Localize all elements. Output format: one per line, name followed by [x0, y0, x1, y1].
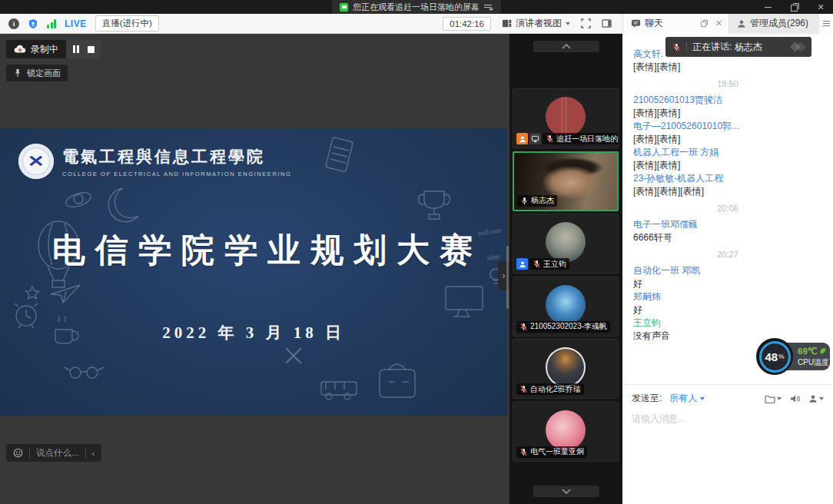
participant-name: 王立钧	[543, 259, 566, 270]
participant-name: 自动化2班乔瑞	[530, 384, 581, 395]
participant-name-strip: 电气一班童亚炯	[516, 446, 587, 458]
now-speaking-toast: 正在讲话: 杨志杰	[665, 37, 811, 57]
chat-sender-name: 210052601013贾骏洁	[633, 94, 822, 107]
stream-status-badge[interactable]: 直播(进行中)	[95, 15, 159, 32]
participant-avatar	[546, 97, 586, 137]
tab-manage-members[interactable]: 管理成员(296)	[728, 14, 819, 34]
slide-date: 2022 年 3 月 18 日	[0, 322, 507, 343]
now-speaking-label: 正在讲话: 杨志杰	[692, 41, 762, 54]
participant-name: 电气一班童亚炯	[530, 446, 584, 457]
chevron-down-icon	[777, 397, 782, 400]
send-to-value: 所有人	[669, 392, 697, 405]
mic-muted-icon	[519, 448, 528, 456]
cloud-record-icon	[14, 45, 26, 54]
person-badge-icon	[519, 135, 526, 143]
stop-recording-button[interactable]	[88, 46, 95, 53]
cpu-temp-label: CPU温度	[798, 357, 830, 368]
chat-panel-header: 聊天 ✕ 管理成员(296)	[622, 14, 833, 34]
view-mode-selector[interactable]: 演讲者视图	[502, 17, 570, 30]
window-titlebar: 您正在观看追赶一场日落吔的屏幕 ✕	[0, 0, 833, 14]
cpu-temp-value: 69℃	[798, 346, 818, 356]
close-button[interactable]: ✕	[816, 2, 825, 12]
chat-message-text: 6666轩哥	[633, 231, 822, 244]
members-tab-label: 管理成员(296)	[750, 17, 808, 30]
participant-tile[interactable]: 电气一班童亚炯	[513, 402, 619, 462]
cpu-usage-dial[interactable]: 48 %	[756, 338, 793, 375]
fullscreen-button[interactable]	[581, 18, 591, 28]
screen-share-badge-icon	[531, 134, 539, 143]
participant-strip: 追赶一场日落吔的屏...杨志杰王立钧210052302023-李彧帆自动化2班乔…	[509, 34, 622, 504]
participant-avatar	[546, 285, 586, 325]
chat-sender-name: 电子—210052601010郭...	[633, 120, 822, 133]
participant-name-strip: 王立钧	[529, 258, 569, 270]
lock-view-label: 锁定画面	[27, 68, 61, 79]
chevron-right-icon: ›	[503, 270, 506, 281]
message-input[interactable]	[632, 413, 821, 424]
participant-name-strip: 追赶一场日落吔的屏...	[543, 133, 619, 144]
chat-message-text: 好	[633, 303, 822, 317]
close-panel-icon[interactable]: ✕	[715, 18, 722, 28]
chat-sender-name: 自动化一班 邓凯	[633, 264, 822, 277]
participant-tile[interactable]: 210052302023-李彧帆	[513, 277, 619, 337]
chat-message-text: [表情][表情]	[633, 107, 822, 120]
participant-tile[interactable]: 杨志杰	[513, 151, 619, 211]
smiley-icon[interactable]	[13, 448, 23, 458]
tab-chat[interactable]: 聊天	[623, 17, 671, 30]
popout-panel-icon[interactable]	[700, 19, 709, 28]
chat-composer: 发送至: 所有人	[622, 384, 833, 504]
quick-chat-bubble[interactable]: 说点什么... ‹	[6, 444, 101, 462]
host-badge	[516, 258, 528, 270]
person-badge-icon	[519, 260, 526, 268]
chat-sender-name: 机器人工程一班 方娟	[633, 146, 822, 159]
chat-message-list[interactable]: 高文轩.[表情][表情]19:50210052601013贾骏洁[表情][表情]…	[622, 34, 833, 343]
chat-message-text: [表情][表情][表情]	[633, 185, 822, 198]
participant-avatar	[546, 410, 586, 450]
chat-message-text: [表情][表情]	[633, 159, 822, 172]
viewing-screen-tab[interactable]: 您正在观看追赶一场日落吔的屏幕	[332, 0, 501, 14]
collapse-chat-bubble-icon[interactable]: ‹	[92, 449, 95, 458]
cpu-monitor-widget[interactable]: 69℃ CPU温度 48 %	[756, 338, 830, 375]
sound-button[interactable]	[790, 394, 800, 403]
slide-title: 电信学院学业规划大赛	[0, 228, 507, 273]
say-something-placeholder[interactable]: 说点什么...	[36, 447, 79, 459]
participant-name: 210052302023-李彧帆	[530, 321, 607, 332]
chat-panel: 正在讲话: 杨志杰 高文轩.[表情][表情]19:50210052601013贾…	[622, 34, 833, 504]
side-panel-toggle[interactable]	[602, 18, 612, 28]
participant-avatar	[546, 347, 586, 387]
stage-scrollbar-thumb[interactable]	[506, 246, 509, 309]
toast-decoration	[792, 43, 805, 51]
person-icon	[737, 19, 746, 28]
tab-menu-icon[interactable]	[484, 3, 493, 11]
network-signal-icon[interactable]	[47, 19, 56, 28]
chevron-down-icon	[819, 397, 824, 400]
cpu-usage-percent: 48	[765, 350, 778, 363]
chevron-down-icon	[700, 397, 705, 400]
panel-menu-icon[interactable]	[819, 14, 833, 34]
scroll-participants-down-button[interactable]	[533, 486, 599, 497]
scroll-participants-up-button[interactable]	[533, 41, 599, 52]
participant-name-strip: 210052302023-李彧帆	[516, 321, 610, 333]
chat-timestamp: 19:50	[633, 74, 822, 94]
shared-screen-stage: welcom idea ✕ 電氣工程與信息工程學院 COLLEGE OF ELE…	[0, 34, 509, 504]
chat-sender-name: 23-孙敏敏-机器人工程	[633, 172, 822, 185]
security-shield-icon[interactable]	[28, 18, 38, 29]
pause-recording-button[interactable]	[73, 45, 79, 53]
restore-button[interactable]	[790, 2, 799, 12]
minimize-button[interactable]	[764, 2, 773, 12]
chat-sender-name: 王立钧	[633, 317, 822, 330]
college-name-cn: 電氣工程與信息工程學院	[62, 146, 291, 167]
send-to-selector[interactable]: 所有人	[669, 392, 705, 405]
layout-icon	[502, 18, 512, 28]
participant-tile[interactable]: 追赶一场日落吔的屏...	[513, 88, 619, 148]
lock-view-button[interactable]: 锁定画面	[6, 65, 68, 81]
member-select-button[interactable]	[808, 394, 824, 403]
send-to-label: 发送至:	[632, 392, 662, 405]
participant-tile[interactable]: 自动化2班乔瑞	[513, 339, 619, 399]
main-toolbar: i LIVE 直播(进行中) 01:42:16 演讲者视图 聊天	[0, 14, 833, 34]
participant-tile[interactable]: 王立钧	[513, 214, 619, 274]
participant-name-strip: 自动化2班乔瑞	[516, 383, 584, 395]
chat-message-text: 好	[633, 277, 822, 290]
info-icon[interactable]: i	[8, 18, 19, 29]
chat-message-text: [表情][表情]	[633, 133, 822, 146]
file-attach-button[interactable]	[765, 394, 782, 403]
